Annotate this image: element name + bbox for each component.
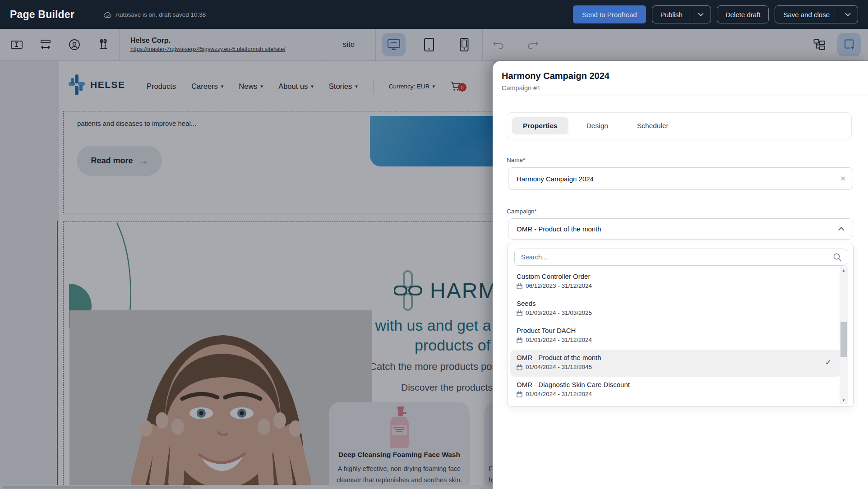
product-description: A highly effective, non-drying foaming f… [329,463,470,486]
scroll-up-arrow[interactable]: ▲ [840,267,848,274]
text-block-icon [11,40,23,50]
toolbar-divider [375,29,376,61]
dropdown-search-input[interactable] [514,249,847,266]
search-icon [833,253,842,262]
nav-news[interactable]: News▾ [239,82,263,91]
toolbar-right-tools [810,33,861,56]
arrow-right-icon: → [139,156,148,166]
scroll-down-arrow[interactable]: ▼ [840,397,848,404]
panel-tabs: Properties Design Scheduler [507,112,852,139]
text-block-tool-button[interactable] [7,35,26,54]
currency-selector[interactable]: Currency: EUR▾ [389,83,435,90]
caret-down-icon: ▾ [355,83,358,89]
scrollbar-thumb[interactable] [840,322,847,357]
check-icon: ✓ [825,358,831,367]
teaser-text: patients and diseases to improve heal... [77,120,196,127]
save-and-close-button[interactable]: Save and close [775,5,858,23]
harmony-chain-icon [394,270,422,311]
teaser-section[interactable]: patients and diseases to improve heal...… [63,111,493,213]
mobile-preview-button[interactable] [452,33,476,56]
dropdown-scrollbar[interactable]: ▲ ▼ [840,267,848,404]
tab-properties[interactable]: Properties [512,117,568,134]
site-scope-label: site [328,40,369,49]
campaign-select[interactable]: OMR - Product of the month [508,218,853,240]
nav-products[interactable]: Products [147,82,176,91]
tab-design[interactable]: Design [576,117,619,134]
toolbar-divider [322,29,322,61]
nav-stories[interactable]: Stories▾ [329,82,358,91]
nav-careers[interactable]: Careers▾ [191,82,223,91]
option-seeds[interactable]: Seeds 01/03/2024 - 31/03/2025 [510,295,841,323]
horizontal-scrollbar-thumb[interactable] [2,486,191,489]
redo-icon [527,41,539,49]
site-preview-canvas: HELSE Products Careers▾ News▾ About us▾ … [0,61,493,489]
dropdown-search-wrap [514,249,847,266]
helse-logo[interactable]: HELSE [68,74,125,95]
site-page: HELSE Products Careers▾ News▾ About us▾ … [59,61,493,489]
clear-name-icon[interactable]: ✕ [840,175,846,183]
account-icon [69,39,80,51]
caret-down-icon: ▾ [432,83,435,89]
calendar-icon [517,337,522,343]
desktop-preview-button[interactable] [382,33,406,56]
product-card[interactable]: Deep Cleansing Foaming Face Wash A highl… [329,402,470,489]
tablet-icon [424,38,434,51]
add-frame-icon [843,38,855,51]
publish-dropdown-toggle[interactable] [691,6,711,23]
option-custom-controller-order[interactable]: Custom Controller Order 06/12/2023 - 31/… [510,268,841,295]
nav-about-us[interactable]: About us▾ [278,82,314,91]
mobile-icon [460,38,469,51]
site-name: Helse Corp. [130,37,315,45]
option-product-tour-dach[interactable]: Product Tour DACH 01/01/2024 - 31/12/202… [510,323,841,350]
helse-logo-text: HELSE [90,79,125,90]
save-and-close-label[interactable]: Save and close [775,6,838,23]
harmony-hero-section[interactable]: HARM Play with us and get a chanc produc… [63,221,493,489]
site-url-link[interactable]: https://master-7rqtwti-segx45igywzzy.eu-… [130,46,286,52]
desktop-monitor-icon [388,39,400,51]
option-omr-diagnostic-skin-care-discount[interactable]: OMR - Diagnostic Skin Care Discount 01/0… [510,377,841,404]
publish-button[interactable]: Publish [652,5,711,23]
read-more-button[interactable]: Read more → [77,146,162,176]
add-section-button[interactable] [837,33,861,56]
undo-button[interactable] [489,35,508,54]
builder-toolbar: Helse Corp. https://master-7rqtwti-segx4… [0,29,868,61]
harmony-brand-text: HARM [430,278,493,303]
product-card[interactable]: Fac hyd [484,402,493,489]
option-omr-product-of-the-month[interactable]: OMR - Product of the month 01/04/2024 - … [510,350,841,377]
tab-scheduler[interactable]: Scheduler [626,117,679,134]
delete-draft-button[interactable]: Delete draft [717,5,769,23]
settings-sliders-button[interactable] [94,35,113,54]
hero-subline2: Discover the products [401,382,493,393]
save-dropdown-toggle[interactable] [838,6,858,23]
undo-icon [493,41,504,49]
campaign-option-list: Custom Controller Order 06/12/2023 - 31/… [508,268,844,406]
navbar-actions: Send to Proofread Publish Delete draft S… [573,5,858,23]
horizontal-scrollbar[interactable] [0,485,493,489]
cart-count-badge: 0 [458,83,466,92]
chevron-down-icon [698,13,704,16]
layout-swap-tool-button[interactable] [36,35,55,54]
panel-divider [493,96,868,96]
publish-label[interactable]: Publish [652,6,691,23]
caret-down-icon: ▾ [261,83,263,89]
history-controls [489,35,542,54]
campaign-field-label: Campaign* [507,208,537,215]
helse-logo-icon [68,74,86,95]
campaign-dropdown: Custom Controller Order 06/12/2023 - 31/… [508,243,854,407]
harmony-brand: HARM [394,270,493,311]
calendar-icon [517,391,522,397]
name-input[interactable] [508,167,853,190]
campaign-settings-panel: Harmony Campaign 2024 Campaign #1 Proper… [493,61,868,489]
cart-button[interactable]: 0 [450,81,461,91]
page-builder-app: Page Builder Autosave is on, draft saved… [0,0,868,489]
name-field-label: Name* [507,157,525,163]
calendar-icon [517,283,522,289]
hero-subline1: Catch the more products possi [369,361,493,373]
page-tree-button[interactable] [810,35,829,54]
panel-subtitle: Campaign #1 [502,84,540,92]
redo-button[interactable] [523,35,542,54]
tablet-preview-button[interactable] [417,33,441,56]
account-tool-button[interactable] [65,35,84,54]
send-to-proofread-button[interactable]: Send to Proofread [573,5,646,23]
device-preview-switcher [382,33,476,56]
